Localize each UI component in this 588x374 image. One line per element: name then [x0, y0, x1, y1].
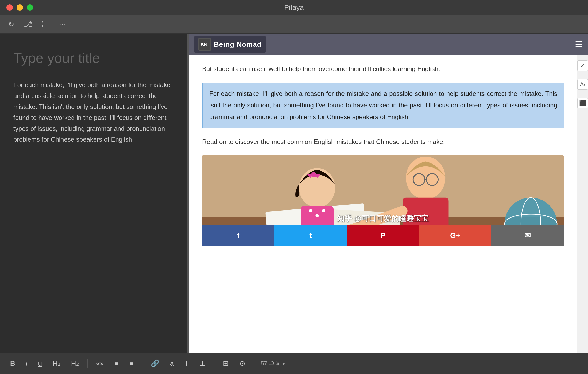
clock-button[interactable]: ⊙ [237, 358, 247, 369]
more-icon[interactable]: ··· [59, 20, 65, 29]
browser-panel: BN Being Nomad ☰ But students can use it… [189, 34, 588, 353]
check-icon[interactable]: ✓ [577, 60, 588, 71]
hamburger-icon: ☰ [575, 40, 583, 49]
bottom-toolbar: B i u H₁ H₂ «» ≡ ≡ 🔗 a T ⊥ ⊞ ⊙ 57 单词 ▾ [0, 353, 588, 374]
italic-button[interactable]: i [24, 358, 30, 369]
fullscreen-icon[interactable]: ⛶ [42, 20, 49, 29]
word-count-value: 57 单词 [261, 360, 281, 368]
main-content: Type your title For each mistake, I'll g… [0, 34, 588, 353]
titlebar: Pitaya [0, 0, 588, 15]
article-image-section: 知乎 @可口可爱的瞌睡宝宝 f t P [202, 155, 564, 246]
title-placeholder[interactable]: Type your title [13, 50, 174, 66]
browser-chrome: BN Being Nomad ☰ [189, 34, 588, 55]
twitter-icon: t [309, 231, 312, 240]
strikethrough-button[interactable]: a [168, 358, 176, 369]
block-icon[interactable]: ⬛ [577, 98, 588, 108]
svg-text:BN: BN [200, 42, 207, 48]
email-share-button[interactable]: ✉ [491, 225, 564, 246]
twitter-share-button[interactable]: t [274, 225, 347, 246]
being-nomad-svg: BN [199, 39, 210, 50]
heading1-button[interactable]: H₁ [51, 358, 63, 369]
editor-body-text[interactable]: For each mistake, I'll give both a reaso… [13, 80, 174, 145]
pinterest-share-button[interactable]: P [347, 225, 419, 246]
logo-icon: BN [198, 38, 211, 51]
read-on-paragraph: Read on to discover the most common Engl… [202, 136, 564, 147]
facebook-share-button[interactable]: f [202, 225, 274, 246]
svg-point-16 [322, 209, 325, 212]
googleplus-share-button[interactable]: G+ [419, 225, 492, 246]
toolbar-separator-3 [214, 359, 214, 368]
toolbar-separator-1 [87, 359, 88, 368]
googleplus-icon: G+ [450, 231, 460, 240]
hamburger-menu[interactable]: ☰ [575, 39, 583, 49]
share-icon[interactable]: ⎇ [24, 20, 32, 29]
svg-point-15 [315, 214, 319, 217]
pinterest-icon: P [380, 231, 385, 240]
word-count-display: 57 单词 ▾ [261, 360, 285, 368]
minimize-button[interactable] [17, 4, 23, 11]
image-button[interactable]: ⊞ [221, 358, 231, 369]
right-sidebar: ✓ A/ ⬛ [577, 55, 588, 353]
bold-button[interactable]: B [8, 358, 17, 369]
logo-text: Being Nomad [214, 40, 262, 49]
toolbar-separator-4 [254, 359, 254, 368]
browser-logo: BN Being Nomad [194, 36, 266, 53]
quote-button[interactable]: «» [94, 358, 106, 369]
list-ul-button[interactable]: ≡ [113, 358, 121, 369]
facebook-icon: f [237, 231, 239, 240]
svg-point-12 [311, 172, 316, 177]
email-icon: ✉ [524, 231, 531, 240]
maximize-button[interactable] [27, 4, 33, 11]
app-title: Pitaya [284, 3, 304, 12]
toolbar: ↻ ⎇ ⛶ ··· [0, 15, 588, 34]
heading2-button[interactable]: H₂ [69, 358, 81, 369]
social-bar: f t P G+ ✉ [202, 225, 564, 246]
formula-icon[interactable]: A/ [577, 79, 588, 90]
svg-point-14 [309, 209, 312, 212]
refresh-icon[interactable]: ↻ [8, 20, 14, 29]
editor-panel: Type your title For each mistake, I'll g… [0, 34, 187, 353]
toolbar-separator-2 [142, 359, 142, 368]
highlighted-paragraph: For each mistake, I'll give both a reaso… [202, 83, 564, 128]
list-ol-button[interactable]: ≡ [127, 358, 136, 369]
browser-content: But students can use it well to help the… [189, 55, 577, 331]
traffic-lights [6, 4, 33, 11]
align-button[interactable]: ⊥ [197, 358, 208, 369]
word-count-dropdown[interactable]: ▾ [282, 360, 285, 367]
underline-button[interactable]: u [36, 358, 44, 369]
highlighted-text: For each mistake, I'll give both a reaso… [209, 88, 557, 123]
close-button[interactable] [6, 4, 13, 11]
social-watermark: 知乎 @可口可爱的瞌睡宝宝 [337, 213, 429, 224]
link-button[interactable]: 🔗 [149, 358, 161, 369]
intro-paragraph: But students can use it well to help the… [202, 63, 564, 75]
text-button[interactable]: T [182, 358, 191, 369]
